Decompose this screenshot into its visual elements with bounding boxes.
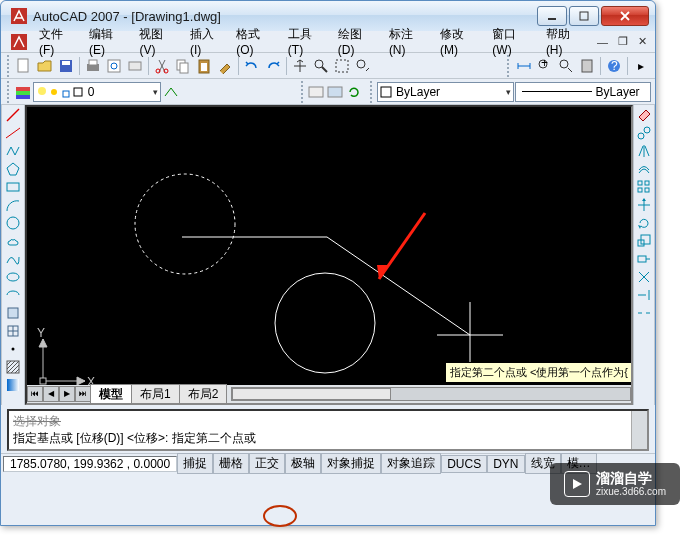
command-window[interactable]: 选择对象 指定基点或 [位移(D)] <位移>: 指定第二个点或 <使用第一个点… (7, 409, 649, 451)
circle-tool[interactable] (4, 215, 22, 231)
revision-cloud-tool[interactable] (4, 233, 22, 249)
rectangle-tool[interactable] (4, 179, 22, 195)
zoom-plus-button[interactable]: + (535, 56, 555, 76)
layout-scrollbar[interactable] (231, 387, 631, 401)
new-file-button[interactable] (14, 56, 34, 76)
hatch-tool[interactable] (4, 359, 22, 375)
copy-button[interactable] (173, 56, 193, 76)
snap-toggle[interactable]: 捕捉 (177, 453, 213, 474)
qcalc-button[interactable] (577, 56, 597, 76)
line-tool[interactable] (4, 107, 22, 123)
menu-dimension[interactable]: 标注(N) (383, 24, 432, 59)
layer-combo[interactable]: 0 ▾ (33, 82, 161, 102)
polygon-tool[interactable] (4, 161, 22, 177)
dist-button[interactable] (514, 56, 534, 76)
drawing-canvas[interactable]: Y X 指定第二个点或 <使用第一个点作为{ ⏮ ◀ ▶ ⏭ 模型 布局1 布局… (25, 105, 633, 405)
menu-format[interactable]: 格式(O) (230, 24, 280, 59)
copy-tool[interactable] (635, 125, 653, 141)
array-tool[interactable] (635, 179, 653, 195)
make-block-tool[interactable] (4, 323, 22, 339)
paste-button[interactable] (194, 56, 214, 76)
doc-minimize-button[interactable]: — (593, 36, 612, 48)
menu-window[interactable]: 窗口(W) (486, 24, 538, 59)
construction-line-tool[interactable] (4, 125, 22, 141)
zoom-window-button[interactable] (332, 56, 352, 76)
cut-button[interactable] (152, 56, 172, 76)
otrack-toggle[interactable]: 对象追踪 (381, 453, 441, 474)
coordinates-readout[interactable]: 1785.0780, 199.9362 , 0.0000 (3, 456, 177, 472)
save-button[interactable] (56, 56, 76, 76)
color-combo[interactable]: ByLayer ▾ (377, 82, 513, 102)
toolbar-grip[interactable] (370, 81, 374, 103)
tab-layout2[interactable]: 布局2 (179, 384, 228, 404)
rotate-tool[interactable] (635, 215, 653, 231)
ellipse-tool[interactable] (4, 269, 22, 285)
menu-tools[interactable]: 工具(T) (282, 24, 330, 59)
move-tool[interactable] (635, 197, 653, 213)
window-minimize-button[interactable] (537, 6, 567, 26)
menu-edit[interactable]: 编辑(E) (83, 24, 132, 59)
ortho-toggle[interactable]: 正交 (249, 453, 285, 474)
publish-button[interactable] (125, 56, 145, 76)
stretch-tool[interactable] (635, 251, 653, 267)
print-button[interactable] (83, 56, 103, 76)
point-tool[interactable] (4, 341, 22, 357)
extend-tool[interactable] (635, 287, 653, 303)
toolbar-grip[interactable] (7, 81, 11, 103)
menu-insert[interactable]: 插入(I) (184, 24, 228, 59)
erase-tool[interactable] (635, 107, 653, 123)
redo-button[interactable] (263, 56, 283, 76)
toolbar-grip[interactable] (507, 55, 511, 77)
expand-toolbar-button[interactable]: ▸ (631, 56, 651, 76)
refresh-button[interactable] (345, 82, 363, 102)
zoom-previous-button[interactable] (353, 56, 373, 76)
menu-modify[interactable]: 修改(M) (434, 24, 484, 59)
gradient-tool[interactable] (4, 377, 22, 393)
osnap-toggle[interactable]: 对象捕捉 (321, 453, 381, 474)
open-file-button[interactable] (35, 56, 55, 76)
layer-state-button[interactable] (307, 82, 325, 102)
dyn-toggle[interactable]: DYN (487, 455, 524, 473)
tab-layout1[interactable]: 布局1 (131, 384, 180, 404)
match-props-button[interactable] (215, 56, 235, 76)
help-button[interactable]: ? (604, 56, 624, 76)
tab-model[interactable]: 模型 (90, 384, 132, 404)
zoom-realtime-button[interactable] (311, 56, 331, 76)
arc-tool[interactable] (4, 197, 22, 213)
polar-toggle[interactable]: 极轴 (285, 453, 321, 474)
break-tool[interactable] (635, 305, 653, 321)
layer-previous-button[interactable] (162, 82, 180, 102)
command-scrollbar[interactable] (631, 411, 647, 449)
toolbar-grip[interactable] (7, 55, 11, 77)
tab-nav-last[interactable]: ⏭ (75, 386, 91, 402)
window-close-button[interactable] (601, 6, 649, 26)
ellipse-arc-tool[interactable] (4, 287, 22, 303)
toolbar-grip[interactable] (301, 81, 305, 103)
offset-tool[interactable] (635, 161, 653, 177)
tab-nav-first[interactable]: ⏮ (27, 386, 43, 402)
polyline-tool[interactable] (4, 143, 22, 159)
window-maximize-button[interactable] (569, 6, 599, 26)
mirror-tool[interactable] (635, 143, 653, 159)
layer-iso-button[interactable] (326, 82, 344, 102)
menu-help[interactable]: 帮助(H) (540, 24, 589, 59)
menu-view[interactable]: 视图(V) (133, 24, 182, 59)
plot-preview-button[interactable] (104, 56, 124, 76)
scale-tool[interactable] (635, 233, 653, 249)
doc-restore-button[interactable]: ❐ (614, 35, 632, 48)
pan-button[interactable] (290, 56, 310, 76)
tab-nav-prev[interactable]: ◀ (43, 386, 59, 402)
menu-file[interactable]: 文件(F) (33, 24, 81, 59)
spline-tool[interactable] (4, 251, 22, 267)
grid-toggle[interactable]: 栅格 (213, 453, 249, 474)
layer-properties-button[interactable] (14, 82, 32, 102)
linetype-combo[interactable]: ByLayer (515, 82, 651, 102)
ducs-toggle[interactable]: DUCS (441, 455, 487, 473)
tab-nav-next[interactable]: ▶ (59, 386, 75, 402)
undo-button[interactable] (242, 56, 262, 76)
doc-close-button[interactable]: ✕ (634, 35, 651, 48)
trim-tool[interactable] (635, 269, 653, 285)
zoom-minus-button[interactable] (556, 56, 576, 76)
insert-block-tool[interactable] (4, 305, 22, 321)
menu-draw[interactable]: 绘图(D) (332, 24, 381, 59)
